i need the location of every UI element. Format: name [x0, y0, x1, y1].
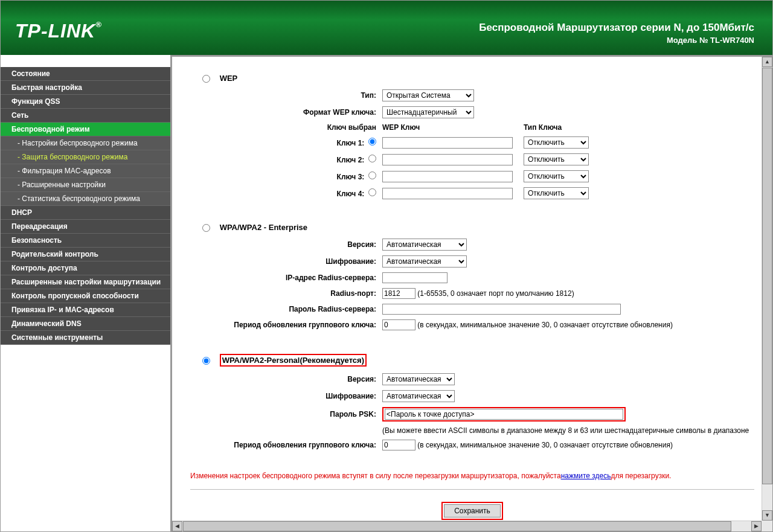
pers-groupkey-label: Период обновления группового ключа:: [191, 438, 379, 452]
wep-key-radio-2[interactable]: [368, 155, 376, 162]
sidebar-item-3[interactable]: Сеть: [1, 109, 170, 123]
sidebar-item-14[interactable]: Контроль доступа: [1, 261, 170, 275]
security-mode-wep[interactable]: WEP: [190, 69, 754, 86]
header-title: Беспроводной Маршрутизатор серии N, до 1…: [479, 22, 754, 34]
sidebar-item-0[interactable]: Состояние: [1, 67, 170, 81]
sidebar-item-8[interactable]: - Расширенные настройки: [1, 178, 170, 192]
security-mode-personal[interactable]: WPA/WPA2-Personal(Рекомендуется): [190, 349, 754, 370]
horizontal-scrollbar[interactable]: ◀ ▶: [172, 521, 762, 531]
wep-type-label: Тип:: [191, 88, 379, 103]
ent-radius-port-label: Radius-порт:: [191, 286, 379, 301]
scroll-up-icon[interactable]: ▲: [762, 57, 772, 67]
wep-key-input-4[interactable]: [382, 188, 513, 199]
logo: TP-LINK®: [15, 20, 102, 42]
scroll-thumb-v[interactable]: [762, 68, 772, 484]
wep-radio[interactable]: [202, 75, 210, 83]
pers-groupkey-hint: (в секундах, минимальное значение 30, 0 …: [417, 441, 673, 449]
restart-notice: Изменения настроек беспроводного режима …: [190, 472, 754, 480]
scroll-left-icon[interactable]: ◀: [172, 521, 182, 531]
header-banner: TP-LINK® Беспроводной Маршрутизатор сери…: [1, 1, 772, 55]
sidebar-item-5[interactable]: - Настройки беспроводного режима: [1, 136, 170, 150]
pers-version-select[interactable]: Автоматическая: [382, 373, 455, 385]
divider: [190, 489, 754, 490]
wep-format-select[interactable]: Шестнадцатеричный: [382, 106, 474, 118]
ent-radius-ip-label: IP-адрес Radius-сервера:: [191, 271, 379, 285]
wep-key-header: WEP Ключ: [380, 121, 520, 133]
wep-key-type-select-2[interactable]: Отключить: [524, 153, 589, 165]
pers-version-label: Версия:: [191, 371, 379, 387]
vertical-scrollbar[interactable]: ▲ ▼: [762, 57, 772, 521]
ent-encryption-label: Шифрование:: [191, 254, 379, 269]
ent-radius-port-hint: (1-65535, 0 означает порт по умолчанию 1…: [417, 289, 574, 298]
wep-keytype-header: Тип Ключа: [521, 121, 591, 133]
scroll-right-icon[interactable]: ▶: [751, 521, 762, 531]
sidebar-item-19[interactable]: Системные инструменты: [1, 331, 170, 345]
scroll-down-icon[interactable]: ▼: [762, 510, 772, 521]
wep-key-label-3: Ключ 3:: [191, 168, 379, 184]
wep-type-select[interactable]: Открытая Система: [382, 89, 474, 101]
wep-key-row-2: Ключ 2: Отключить: [191, 152, 591, 167]
ent-version-label: Версия:: [191, 237, 379, 252]
ent-radius-port-input[interactable]: [382, 288, 415, 299]
sidebar-item-11[interactable]: Переадресация: [1, 220, 170, 234]
wep-format-label: Формат WEP ключа:: [191, 104, 379, 120]
header-model: Модель № TL-WR740N: [667, 36, 754, 45]
sidebar-item-10[interactable]: DHCP: [1, 206, 170, 220]
ent-radius-pass-label: Пароль Radius-сервера:: [191, 302, 379, 316]
wep-key-input-1[interactable]: [382, 137, 513, 149]
pers-psk-input[interactable]: [385, 409, 623, 420]
pers-encryption-select[interactable]: Автоматическая: [382, 390, 455, 402]
ent-encryption-select[interactable]: Автоматическая: [382, 255, 467, 268]
ent-radius-pass-input[interactable]: [382, 304, 621, 315]
sidebar-item-13[interactable]: Родительский контроль: [1, 248, 170, 261]
enterprise-radio[interactable]: [202, 224, 210, 232]
sidebar-item-2[interactable]: Функция QSS: [1, 95, 170, 109]
sidebar-item-9[interactable]: - Статистика беспроводного режима: [1, 192, 170, 206]
sidebar-nav: СостояниеБыстрая настройкаФункция QSSСет…: [1, 55, 170, 531]
wep-key-label-4: Ключ 4:: [191, 185, 379, 201]
wep-key-radio-1[interactable]: [368, 138, 376, 146]
save-button-highlight: Сохранить: [441, 502, 503, 520]
sidebar-item-17[interactable]: Привязка IP- и MAC-адресов: [1, 303, 170, 317]
wep-key-label-1: Ключ 1:: [191, 135, 379, 150]
sidebar-item-7[interactable]: - Фильтрация MAC-адресов: [1, 164, 170, 178]
pers-groupkey-input[interactable]: [382, 440, 415, 450]
restart-link[interactable]: нажмите здесь: [561, 472, 611, 480]
scroll-corner: [762, 521, 772, 531]
wep-key-label-2: Ключ 2:: [191, 152, 379, 167]
wep-selected-label: Ключ выбран: [191, 121, 379, 133]
ent-groupkey-label: Период обновления группового ключа:: [191, 318, 379, 332]
main-content-frame: WEP Тип: Открытая Система Формат WEP клю…: [170, 55, 772, 531]
ent-radius-ip-input[interactable]: [382, 272, 447, 283]
pers-psk-hint: (Вы можете ввести ASCII символы в диапаз…: [380, 425, 751, 437]
sidebar-item-12[interactable]: Безопасность: [1, 234, 170, 248]
wep-key-type-select-1[interactable]: Отключить: [524, 136, 589, 149]
pers-psk-label: Пароль PSK:: [191, 405, 379, 423]
wep-key-input-3[interactable]: [382, 171, 513, 182]
security-mode-enterprise[interactable]: WPA/WPA2 - Enterprise: [190, 218, 754, 236]
wep-key-type-select-3[interactable]: Отключить: [524, 170, 589, 182]
ent-version-select[interactable]: Автоматическая: [382, 239, 467, 251]
wep-key-type-select-4[interactable]: Отключить: [524, 187, 589, 199]
save-button[interactable]: Сохранить: [444, 504, 501, 518]
psk-input-highlight: [382, 407, 626, 421]
pers-encryption-label: Шифрование:: [191, 388, 379, 404]
scroll-thumb-h[interactable]: [183, 521, 731, 531]
sidebar-item-16[interactable]: Контроль пропускной способности: [1, 289, 170, 303]
personal-radio[interactable]: [202, 357, 210, 365]
wep-key-row-4: Ключ 4: Отключить: [191, 185, 591, 201]
personal-title-highlight: WPA/WPA2-Personal(Рекомендуется): [220, 354, 367, 367]
ent-groupkey-input[interactable]: [382, 319, 415, 330]
sidebar-item-18[interactable]: Динамический DNS: [1, 317, 170, 331]
wep-key-row-3: Ключ 3: Отключить: [191, 168, 591, 184]
sidebar-item-6[interactable]: - Защита беспроводного режима: [1, 150, 170, 164]
wep-key-radio-4[interactable]: [368, 188, 376, 196]
wep-key-row-1: Ключ 1: Отключить: [191, 135, 591, 150]
sidebar-item-4[interactable]: Беспроводной режим: [1, 123, 170, 136]
wep-key-radio-3[interactable]: [368, 171, 376, 179]
sidebar-item-1[interactable]: Быстрая настройка: [1, 81, 170, 95]
ent-groupkey-hint: (в секундах, минимальное значение 30, 0 …: [417, 321, 673, 329]
wep-key-input-2[interactable]: [382, 154, 513, 165]
sidebar-item-15[interactable]: Расширенные настройки маршрутизации: [1, 275, 170, 289]
